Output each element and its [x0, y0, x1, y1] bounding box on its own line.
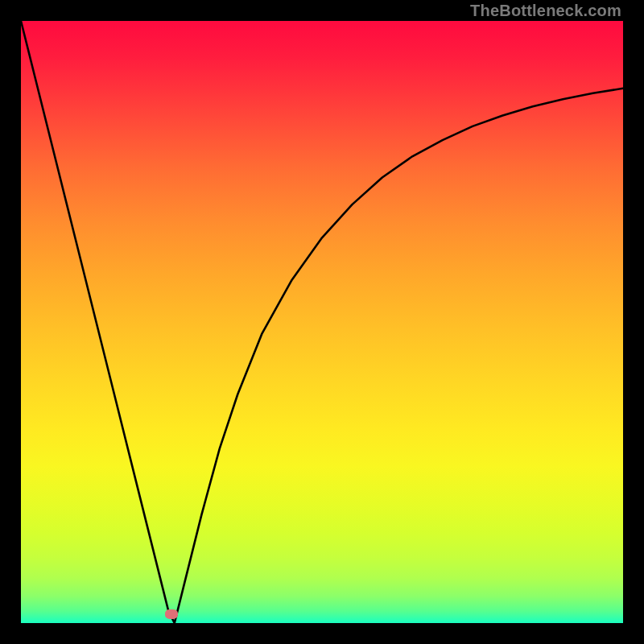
chart-frame: TheBottleneck.com: [0, 0, 644, 644]
chart-line-series: [21, 21, 623, 623]
chart-plot-area: [21, 21, 623, 623]
watermark-text: TheBottleneck.com: [470, 2, 621, 20]
line-path: [21, 21, 623, 623]
chart-marker-dot: [165, 609, 178, 619]
